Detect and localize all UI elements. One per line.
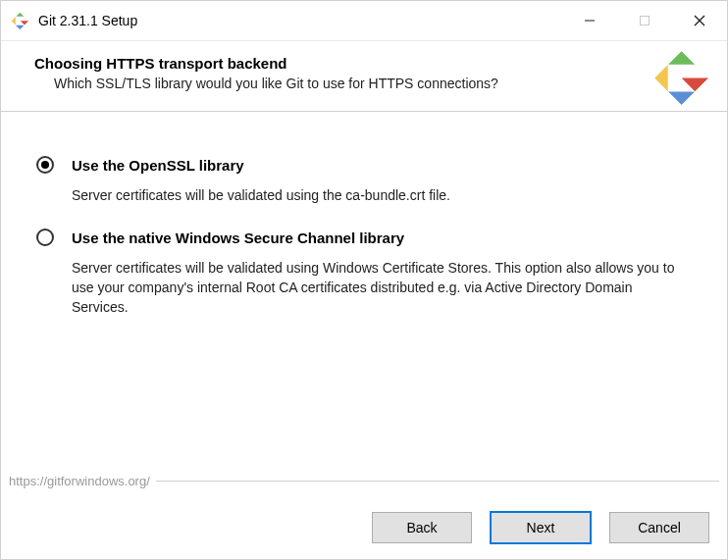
- minimize-button[interactable]: [562, 1, 617, 40]
- option-schannel[interactable]: Use the native Windows Secure Channel li…: [72, 229, 688, 317]
- titlebar: Git 2.31.1 Setup: [1, 1, 727, 41]
- close-button[interactable]: [672, 1, 727, 40]
- radio-openssl[interactable]: [36, 156, 54, 174]
- next-button[interactable]: Next: [490, 511, 592, 544]
- app-icon: [11, 12, 28, 29]
- wizard-header: Choosing HTTPS transport backend Which S…: [1, 41, 727, 112]
- footer-url[interactable]: https://gitforwindows.org/: [9, 474, 719, 488]
- option-schannel-desc: Server certificates will be validated us…: [72, 258, 688, 317]
- button-bar: Back Next Cancel: [1, 496, 727, 559]
- window-controls: [562, 1, 727, 40]
- option-openssl[interactable]: Use the OpenSSL library Server certifica…: [72, 156, 688, 205]
- git-icon: [654, 51, 709, 106]
- window-title: Git 2.31.1 Setup: [38, 13, 137, 28]
- maximize-button: [617, 1, 672, 40]
- option-openssl-desc: Server certificates will be validated us…: [72, 185, 688, 205]
- cancel-button[interactable]: Cancel: [609, 512, 709, 543]
- option-openssl-label: Use the OpenSSL library: [72, 156, 688, 176]
- option-schannel-label: Use the native Windows Secure Channel li…: [72, 229, 688, 248]
- options-panel: Use the OpenSSL library Server certifica…: [1, 119, 727, 471]
- svg-rect-1: [641, 17, 650, 25]
- footer-url-text: https://gitforwindows.org/: [9, 474, 150, 488]
- footer-divider: [156, 481, 719, 482]
- page-subtitle: Which SSL/TLS library would you like Git…: [34, 76, 703, 91]
- radio-schannel[interactable]: [36, 229, 54, 246]
- back-button[interactable]: Back: [372, 512, 472, 543]
- page-title: Choosing HTTPS transport backend: [34, 55, 703, 72]
